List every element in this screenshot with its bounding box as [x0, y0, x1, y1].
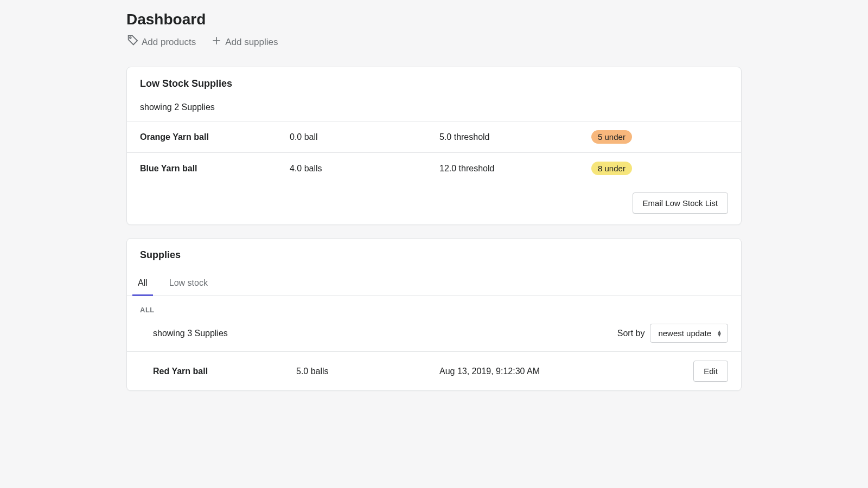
supply-date: Aug 13, 2019, 9:12:30 AM [439, 367, 685, 376]
sort-select[interactable]: newest update ▲▼ [650, 324, 728, 343]
page-actions: Add products Add supplies [126, 35, 742, 49]
plus-icon [211, 35, 222, 49]
select-caret-icon: ▲▼ [717, 330, 722, 337]
add-supplies-label: Add supplies [225, 37, 278, 48]
supply-qty: 5.0 balls [296, 367, 439, 376]
add-products-link[interactable]: Add products [126, 35, 196, 49]
tab-low-stock[interactable]: Low stock [158, 272, 219, 296]
tag-icon [126, 35, 138, 49]
under-badge: 5 under [591, 130, 632, 144]
svg-point-0 [130, 37, 131, 38]
supplies-showing: showing 3 Supplies [140, 329, 228, 338]
supplies-section-label: ALL [127, 296, 741, 314]
supplies-row: Red Yarn ball 5.0 balls Aug 13, 2019, 9:… [127, 351, 741, 390]
supply-name: Red Yarn ball [153, 367, 296, 376]
edit-button[interactable]: Edit [693, 361, 728, 382]
low-stock-row: Orange Yarn ball 0.0 ball 5.0 threshold … [127, 121, 741, 152]
email-low-stock-button[interactable]: Email Low Stock List [633, 192, 728, 214]
sort-value: newest update [658, 329, 711, 338]
low-stock-title: Low Stock Supplies [140, 78, 728, 89]
low-stock-row: Blue Yarn ball 4.0 balls 12.0 threshold … [127, 152, 741, 184]
supplies-card: Supplies All Low stock ALL showing 3 Sup… [126, 238, 742, 391]
sort-by-label: Sort by [617, 329, 645, 338]
supplies-title: Supplies [140, 249, 728, 261]
low-stock-card: Low Stock Supplies showing 2 Supplies Or… [126, 67, 742, 225]
under-badge: 8 under [591, 162, 632, 175]
low-stock-showing: showing 2 Supplies [127, 89, 741, 121]
supply-qty: 4.0 balls [290, 164, 439, 174]
supply-name: Orange Yarn ball [140, 132, 290, 142]
add-products-label: Add products [142, 37, 196, 48]
supply-name: Blue Yarn ball [140, 164, 290, 174]
add-supplies-link[interactable]: Add supplies [211, 35, 278, 49]
page-title: Dashboard [126, 11, 742, 28]
supply-qty: 0.0 ball [290, 132, 439, 142]
supply-threshold: 12.0 threshold [439, 164, 591, 174]
tab-all[interactable]: All [127, 272, 158, 296]
supplies-tabs: All Low stock [127, 261, 741, 296]
supply-threshold: 5.0 threshold [439, 132, 591, 142]
